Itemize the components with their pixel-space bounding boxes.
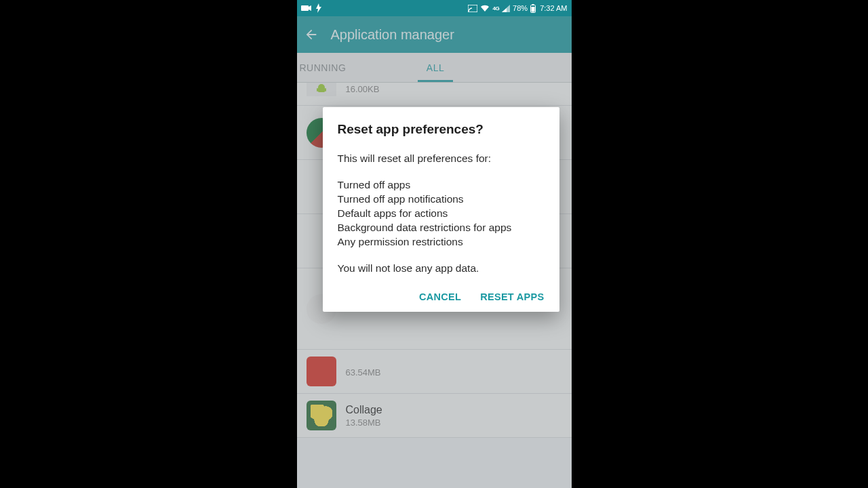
- dialog-intro: This will reset all preferences for:: [338, 152, 545, 166]
- battery-icon: [530, 4, 536, 13]
- reset-preferences-dialog: Reset app preferences? This will reset a…: [323, 107, 559, 312]
- svg-rect-0: [301, 5, 309, 11]
- clock-text: 7:32 AM: [540, 4, 567, 12]
- signal-icon: [502, 5, 510, 12]
- cast-icon: [468, 5, 477, 12]
- svg-rect-1: [468, 5, 477, 12]
- reset-apps-button[interactable]: RESET APPS: [480, 291, 544, 302]
- network-4g-icon: 4G: [492, 5, 499, 12]
- svg-rect-4: [532, 7, 535, 12]
- phone-screen: 4G 78% 7:32 AM Application manager RUNNI…: [297, 0, 572, 488]
- bolt-icon: [316, 3, 321, 13]
- dialog-footer: You will not lose any app data.: [338, 262, 545, 276]
- dialog-actions: CANCEL RESET APPS: [338, 291, 545, 302]
- camera-icon: [301, 5, 312, 12]
- status-bar: 4G 78% 7:32 AM: [297, 0, 572, 16]
- dialog-title: Reset app preferences?: [338, 122, 545, 137]
- dialog-items: Turned off apps Turned off app notificat…: [338, 178, 545, 249]
- battery-percent: 78%: [513, 4, 528, 12]
- wifi-icon: [480, 5, 490, 12]
- cancel-button[interactable]: CANCEL: [419, 291, 461, 302]
